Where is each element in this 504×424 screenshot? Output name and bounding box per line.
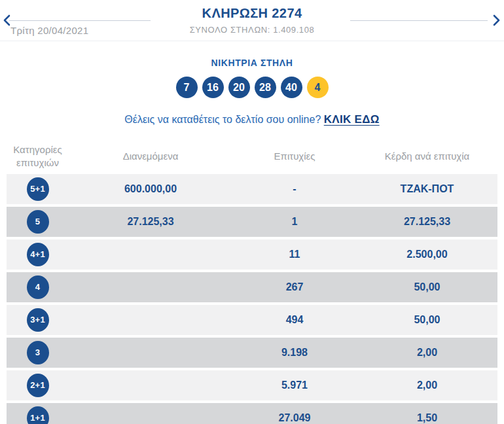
table-row: 2+1 5.971 2,00 (7, 370, 497, 400)
winners-cell: 11 (232, 249, 357, 260)
column-header-distributed: Διανεμόμενα (69, 150, 232, 163)
table-row: 4 267 50,00 (7, 272, 497, 302)
draw-title: ΚΛΗΡΩΣΗ 2274 (0, 6, 504, 21)
results-table-header: Κατηγορίες επιτυχιών Διανεμόμενα Επιτυχί… (7, 141, 497, 174)
category-badge: 5 (27, 210, 49, 234)
prize-cell: ΤΖΑΚ-ΠΟΤ (357, 183, 497, 195)
online-cta-text: Θέλεις να καταθέτεις το δελτίο σου onlin… (124, 114, 323, 125)
category-badge: 1+1 (27, 406, 49, 424)
table-row: 1+1 27.049 1,50 (7, 403, 497, 424)
total-columns-label: ΣΥΝΟΛΟ ΣΤΗΛΩΝ: 1.409.108 (0, 25, 504, 35)
category-badge: 3 (27, 341, 49, 364)
chevron-right-icon[interactable] (492, 14, 501, 26)
distributed-cell: 600.000,00 (69, 183, 232, 195)
column-header-categories: Κατηγορίες επιτυχιών (8, 143, 68, 170)
prize-cell: 2,00 (357, 380, 497, 391)
online-cta: Θέλεις να καταθέτεις το δελτίο σου onlin… (0, 113, 504, 126)
column-header-winners: Επιτυχίες (232, 150, 357, 163)
winning-column-label: ΝΙΚΗΤΡΙΑ ΣΤΗΛΗ (0, 58, 504, 68)
winners-cell: 9.198 (232, 347, 357, 359)
category-badge: 5+1 (27, 177, 49, 201)
winners-cell: 494 (232, 314, 357, 326)
joker-bonus-ball: 4 (307, 77, 329, 98)
number-ball: 20 (228, 77, 250, 98)
header-divider-right (350, 20, 488, 21)
category-badge: 4 (27, 275, 49, 299)
click-here-link[interactable]: ΚΛΙΚ ΕΔΩ (324, 113, 380, 126)
winning-numbers: 7 16 20 28 40 4 (0, 77, 504, 98)
prize-cell: 2,00 (357, 347, 497, 359)
winners-cell: 1 (232, 216, 357, 228)
draw-header: Τρίτη 20/04/2021 ΚΛΗΡΩΣΗ 2274 ΣΥΝΟΛΟ ΣΤΗ… (0, 0, 504, 41)
winners-cell: 5.971 (232, 380, 357, 391)
winners-cell: - (232, 183, 357, 195)
table-row: 5+1 600.000,00 - ΤΖΑΚ-ΠΟΤ (7, 174, 497, 204)
winners-cell: 267 (232, 281, 357, 293)
table-row: 5 27.125,33 1 27.125,33 (7, 207, 497, 237)
prize-cell: 2.500,00 (357, 249, 497, 260)
number-ball: 28 (255, 77, 276, 98)
number-ball: 7 (176, 77, 198, 98)
category-badge: 2+1 (27, 374, 49, 397)
prize-cell: 27.125,33 (357, 216, 497, 228)
table-row: 4+1 11 2.500,00 (7, 239, 497, 270)
prize-cell: 50,00 (357, 281, 497, 293)
category-badge: 4+1 (27, 243, 49, 266)
distributed-cell: 27.125,33 (69, 216, 232, 228)
table-row: 3 9.198 2,00 (7, 338, 497, 368)
number-ball: 16 (202, 77, 224, 98)
category-badge: 3+1 (27, 308, 49, 332)
prize-cell: 50,00 (357, 314, 497, 326)
prize-cell: 1,50 (357, 412, 497, 424)
number-ball: 40 (281, 77, 302, 98)
table-row: 3+1 494 50,00 (7, 305, 497, 335)
joker-draw-results-page: Τρίτη 20/04/2021 ΚΛΗΡΩΣΗ 2274 ΣΥΝΟΛΟ ΣΤΗ… (0, 0, 504, 424)
results-table: Κατηγορίες επιτυχιών Διανεμόμενα Επιτυχί… (0, 141, 504, 424)
column-header-prize: Κέρδη ανά επιτυχία (357, 150, 497, 163)
winners-cell: 27.049 (232, 412, 357, 424)
